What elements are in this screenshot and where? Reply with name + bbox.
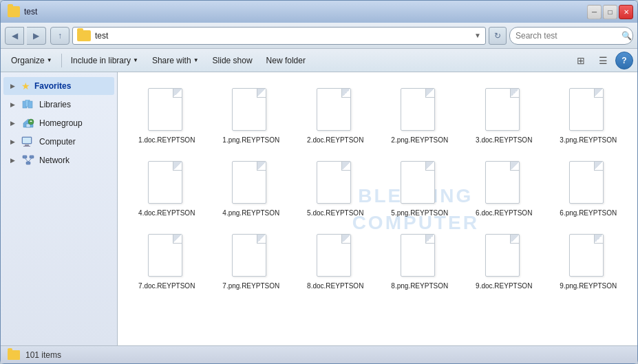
file-item[interactable]: 6.doc.REYPTSON [465, 155, 544, 222]
file-icon [569, 88, 607, 133]
main-content: ▶ ★ Favorites ▶ Libraries ▶ [1, 72, 637, 345]
file-item[interactable]: 4.doc.REYPTSON [127, 155, 206, 222]
favorites-icon: ★ [21, 81, 30, 92]
status-item-count: 101 items [25, 350, 61, 360]
search-input[interactable] [515, 31, 619, 41]
file-label: 9.doc.REYPTSON [476, 281, 532, 290]
file-item[interactable]: 7.png.REYPTSON [212, 228, 291, 295]
file-label: 3.doc.REYPTSON [476, 136, 532, 144]
address-path-box: test ▼ [72, 27, 486, 45]
file-page [485, 88, 520, 131]
refresh-button[interactable]: ↻ [489, 27, 507, 45]
file-grid-container: BLEEPING COMPUTER 1.doc.REYPTSON 1.png.R… [118, 72, 637, 345]
maximize-button[interactable]: □ [603, 5, 617, 19]
organize-button[interactable]: Organize ▼ [5, 52, 59, 69]
back-button[interactable]: ◀ [5, 27, 24, 45]
file-item[interactable]: 3.doc.REYPTSON [465, 82, 544, 149]
file-item[interactable]: 4.png.REYPTSON [212, 155, 291, 222]
file-icon [317, 88, 354, 133]
large-icons-view-button[interactable]: ⊞ [571, 52, 591, 69]
file-item[interactable]: 7.doc.REYPTSON [127, 228, 206, 295]
computer-icon [21, 136, 35, 147]
file-item[interactable]: 2.doc.REYPTSON [296, 82, 375, 149]
share-with-button[interactable]: Share with ▼ [146, 52, 205, 69]
favorites-label: Favorites [34, 81, 71, 91]
file-item[interactable]: 9.png.REYPTSON [549, 228, 628, 295]
share-with-chevron: ▼ [193, 57, 199, 63]
file-item[interactable]: 5.doc.REYPTSON [296, 155, 375, 222]
file-page [569, 88, 604, 131]
file-page [232, 161, 266, 204]
file-icon [317, 234, 354, 279]
new-folder-button[interactable]: New folder [260, 52, 312, 69]
file-icon [401, 234, 438, 279]
file-label: 5.doc.REYPTSON [307, 208, 363, 217]
sidebar-item-computer[interactable]: ▶ Computer [3, 133, 114, 151]
libraries-icon [21, 99, 35, 110]
help-button[interactable]: ? [615, 52, 633, 69]
file-label: 1.png.REYPTSON [222, 136, 279, 144]
file-page [401, 234, 435, 277]
window-title: test [24, 7, 37, 17]
address-dropdown-arrow[interactable]: ▼ [474, 32, 481, 39]
file-label: 5.png.REYPTSON [391, 208, 448, 217]
up-button[interactable]: ↑ [50, 27, 70, 45]
sidebar-item-favorites[interactable]: ▶ ★ Favorites [3, 77, 114, 95]
slide-show-button[interactable]: Slide show [206, 52, 259, 69]
address-folder-icon [77, 30, 91, 41]
file-icon [401, 88, 438, 133]
include-library-button[interactable]: Include in library ▼ [65, 52, 145, 69]
file-page [401, 88, 435, 131]
file-label: 1.doc.REYPTSON [138, 136, 195, 144]
minimize-button[interactable]: ─ [587, 5, 602, 19]
file-label: 7.png.REYPTSON [222, 281, 279, 290]
sidebar-item-homegroup[interactable]: ▶ Homegroup [3, 114, 114, 132]
svg-rect-11 [26, 162, 30, 164]
organize-chevron: ▼ [47, 57, 52, 63]
file-item[interactable]: 2.png.REYPTSON [381, 82, 460, 149]
network-label: Network [39, 156, 70, 165]
close-button[interactable]: ✕ [619, 5, 633, 19]
file-icon [232, 234, 270, 279]
homegroup-label: Homegroup [39, 118, 83, 128]
search-icon: 🔍 [621, 31, 632, 41]
file-page [569, 161, 604, 204]
file-label: 6.doc.REYPTSON [476, 208, 532, 217]
homegroup-arrow: ▶ [10, 120, 17, 127]
include-library-chevron: ▼ [133, 57, 138, 63]
title-folder-icon [8, 6, 20, 17]
file-icon [485, 234, 523, 279]
file-label: 4.doc.REYPTSON [138, 208, 195, 217]
file-label: 4.png.REYPTSON [222, 208, 279, 217]
organize-label: Organize [11, 56, 45, 65]
svg-rect-7 [25, 144, 29, 146]
file-icon [232, 161, 270, 206]
file-icon [148, 88, 186, 133]
file-item[interactable]: 8.doc.REYPTSON [296, 228, 375, 295]
title-bar: test ─ □ ✕ [1, 1, 637, 23]
file-item[interactable]: 8.png.REYPTSON [381, 228, 460, 295]
file-item[interactable]: 5.png.REYPTSON [381, 155, 460, 222]
address-bar: ◀ ▶ ↑ test ▼ ↻ 🔍 [1, 23, 637, 49]
file-item[interactable]: 3.png.REYPTSON [549, 82, 628, 149]
file-item[interactable]: 6.png.REYPTSON [549, 155, 628, 222]
file-label: 8.png.REYPTSON [391, 281, 448, 290]
file-page [232, 88, 266, 131]
computer-label: Computer [39, 137, 76, 147]
libraries-label: Libraries [39, 100, 71, 109]
sidebar-item-network[interactable]: ▶ Network [3, 151, 114, 169]
network-icon [21, 155, 35, 166]
svg-rect-6 [23, 138, 31, 143]
file-page [485, 161, 520, 204]
file-icon [485, 88, 523, 133]
toolbar: Organize ▼ Include in library ▼ Share wi… [1, 49, 637, 72]
sidebar-item-libraries[interactable]: ▶ Libraries [3, 96, 114, 114]
sidebar: ▶ ★ Favorites ▶ Libraries ▶ [1, 72, 118, 345]
share-with-label: Share with [152, 56, 191, 65]
details-view-button[interactable]: ☰ [593, 52, 613, 69]
file-page [148, 88, 182, 131]
file-item[interactable]: 1.png.REYPTSON [212, 82, 291, 149]
file-item[interactable]: 1.doc.REYPTSON [127, 82, 206, 149]
file-item[interactable]: 9.doc.REYPTSON [465, 228, 544, 295]
forward-button[interactable]: ▶ [27, 27, 46, 45]
